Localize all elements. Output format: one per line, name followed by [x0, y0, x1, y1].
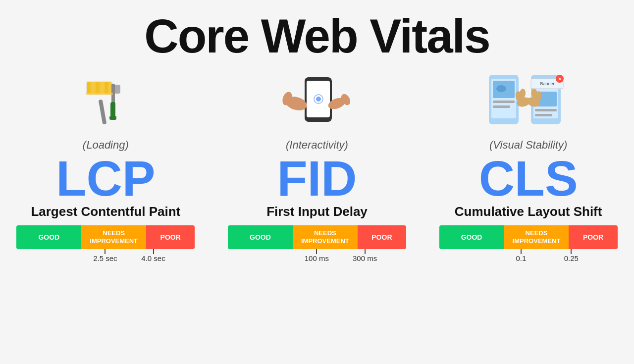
fid-caption: (Interactivity)	[286, 139, 348, 152]
metrics-row: (Loading) LCP Largest Contentful Paint G…	[0, 67, 634, 364]
metric-lcp: (Loading) LCP Largest Contentful Paint G…	[6, 67, 205, 364]
lcp-name: Largest Contentful Paint	[31, 204, 180, 219]
svg-rect-9	[109, 116, 116, 120]
svg-text:✕: ✕	[558, 76, 562, 82]
fid-icon	[277, 67, 357, 137]
lcp-acronym: LCP	[56, 154, 155, 203]
cls-threshold1: 0.1	[516, 254, 526, 262]
cls-name: Cumulative Layout Shift	[455, 204, 602, 219]
svg-rect-8	[110, 102, 115, 117]
lcp-bar-needs: NEEDSIMPROVEMENT	[81, 225, 146, 249]
cls-bar-poor: POOR	[569, 225, 617, 249]
cls-bar-needs: NEEDSIMPROVEMENT	[504, 225, 569, 249]
svg-text:Banner: Banner	[540, 81, 554, 86]
svg-rect-24	[493, 105, 510, 108]
fid-acronym: FID	[277, 154, 357, 203]
fid-bar-good: GOOD	[228, 225, 293, 249]
fid-bar: GOOD NEEDSIMPROVEMENT POOR	[228, 225, 406, 249]
lcp-bar-good: GOOD	[16, 225, 81, 249]
page-title: Core Web Vitals	[144, 10, 489, 62]
svg-rect-4	[87, 82, 91, 94]
lcp-caption: (Loading)	[83, 139, 129, 152]
cls-acronym: CLS	[479, 154, 578, 203]
fid-bar-needs: NEEDSIMPROVEMENT	[293, 225, 358, 249]
svg-point-22	[496, 85, 506, 92]
lcp-threshold1: 2.5 sec	[93, 254, 117, 262]
svg-rect-0	[99, 99, 107, 124]
svg-rect-10	[86, 93, 113, 95]
metric-fid: (Interactivity) FID First Input Delay GO…	[218, 67, 416, 364]
metric-cls: Banner ✕ (Visual Stability) CLS	[429, 67, 628, 364]
svg-rect-33	[535, 114, 552, 116]
lcp-bar: GOOD NEEDSIMPROVEMENT POOR	[16, 225, 195, 249]
fid-name: First Input Delay	[266, 204, 368, 219]
svg-point-17	[316, 97, 321, 102]
svg-rect-5	[96, 82, 100, 94]
svg-rect-32	[535, 109, 557, 111]
lcp-bar-poor: POOR	[146, 225, 195, 249]
lcp-icon	[71, 67, 140, 137]
svg-rect-23	[493, 101, 515, 103]
fid-threshold2: 300 ms	[353, 254, 377, 262]
cls-caption: (Visual Stability)	[489, 139, 567, 152]
cls-threshold2: 0.25	[564, 254, 579, 262]
cls-bar-good: GOOD	[439, 225, 504, 249]
cls-bar: GOOD NEEDSIMPROVEMENT POOR	[439, 225, 618, 249]
cls-icon: Banner ✕	[484, 67, 573, 137]
svg-rect-6	[105, 82, 108, 94]
fid-bar-section: GOOD NEEDSIMPROVEMENT POOR 100 ms 300 ms	[228, 225, 406, 266]
cls-bar-section: GOOD NEEDSIMPROVEMENT POOR 0.1 0.25	[439, 225, 618, 266]
fid-bar-poor: POOR	[358, 225, 406, 249]
lcp-bar-section: GOOD NEEDSIMPROVEMENT POOR 2.5 sec 4.0 s…	[16, 225, 195, 266]
fid-threshold1: 100 ms	[305, 254, 329, 262]
lcp-threshold2: 4.0 sec	[141, 254, 165, 262]
